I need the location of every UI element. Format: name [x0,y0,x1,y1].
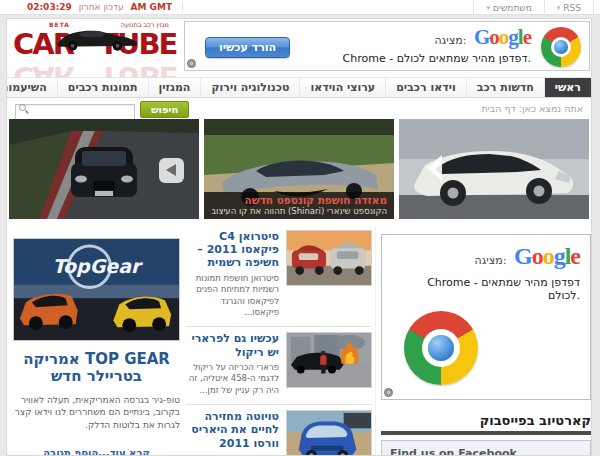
chrome-tagline: דפדפן מהיר שמתאים לכולם. [481,276,580,302]
feature-article-links: קרא עוד...הוסף תגובה [11,447,182,456]
facebook-likebox[interactable]: Find us on Facebook [381,440,591,456]
carousel-prev-icon[interactable] [427,155,442,181]
chevron-down-icon: ▾ [486,4,490,12]
news-item: טויוטה מחזירה לחיים את היאריס וורסו 2011… [186,404,372,456]
search-input[interactable] [15,104,135,120]
update-timezone: AM GMT [130,2,172,12]
nav-item-tech-green[interactable]: טכנולוגיה וירוק [200,78,299,97]
topbar-links: ▾ משתמשים ▾ RSS [473,0,594,15]
citroen-c4-thumb-image [287,231,371,285]
google-logo: Google [514,243,580,269]
nav-item-car-videos[interactable]: וידאו רכבים [385,78,466,97]
rss-label: RSS [563,3,581,13]
news-thumb-citroen-c4[interactable] [286,230,372,286]
featured-carousel: מאזדה חושפת קונספט חדשה הקונספט שינארי (… [9,119,589,219]
header-ad-banner[interactable]: הורד עכשיו מציגה: Google Chrome - דפדפן … [184,21,590,71]
topgear-article-image[interactable]: TopGear [13,238,180,341]
breadcrumb: אתה נמצא כאן: דף הבית [481,103,583,114]
sidebar-ad-text: מציגה: Google Chrome - דפדפן מהיר שמתאים… [392,243,580,302]
nav-item-daily-boredom[interactable]: השיעמום המוטורי היומי [6,78,57,97]
video-play-icon[interactable] [159,158,184,183]
nav-item-car-photos[interactable]: תמונות רכבים [57,78,148,97]
search-button[interactable]: חיפוש [140,101,189,118]
news-title[interactable]: סיטרואן C4 פיקאסו 2011 – חשיפה רשמית [186,230,279,270]
feature-article-body: טופ-גיר בגרסה האמריקאית, תעלה לאוויר בקר… [11,394,182,432]
nav-item-magazine[interactable]: המגזין [148,78,201,97]
news-item: עכשיו גם לפרארי יש ריקול פרארי הכריזה על… [186,326,372,404]
update-label: עדכון אחרון [79,2,124,12]
news-item: סיטרואן C4 פיקאסו 2011 – חשיפה רשמית סיט… [186,225,372,326]
google-logo: Google [474,25,531,49]
ad-tagline: Chrome - דפדפן מהיר שמתאים לכולם. [392,276,580,302]
search-bar: חיפוש [15,100,189,120]
ad-info-icon[interactable] [384,388,393,397]
main-nav: ראשי חדשות רכב וידאו רכבים ערוצי הוידאו … [7,77,591,98]
feature-column: TopGear TOP GEAR אמריקה בטריילר חדש טופ-… [11,225,182,456]
news-body: פרארי הכריזה על ריקול לדגמי ה-458 איטליה… [186,362,279,396]
ad-presents-line: מציגה: Google [241,25,531,50]
site-logo[interactable]: BETA מגזין רכב בתנועה CARTUBE CARTUBE [13,20,173,76]
news-text: סיטרואן C4 פיקאסו 2011 – חשיפה רשמית סיט… [186,230,279,318]
news-title[interactable]: עכשיו גם לפרארי יש ריקול [186,332,279,358]
news-body: סיטרואן חושפת תמונות רשמיות למתיחת הפנים… [186,273,279,319]
chrome-word: Chrome - [343,52,394,65]
content-area: TopGear TOP GEAR אמריקה בטריילר חדש טופ-… [7,225,591,455]
last-update: 02:03:29 עדכון אחרון AM GMT [27,2,183,12]
carousel-slide-citroen-ds4[interactable] [399,119,589,219]
header-ad-text: מציגה: Google Chrome - דפדפן מהיר שמתאים… [241,25,531,65]
news-text: טויוטה מחזירה לחיים את היאריס וורסו 2011… [186,410,279,456]
carousel-slide-lexus[interactable] [9,119,199,219]
main-content-card: BETA מגזין רכב בתנועה CARTUBE CARTUBE הו… [6,18,592,456]
ferrari-fire-thumb-image [287,333,371,387]
sports-car-icon [53,26,141,52]
sidebar-ad[interactable]: מציגה: Google Chrome - דפדפן מהיר שמתאים… [381,234,591,400]
chrome-logo-icon [404,311,478,385]
search-icon [19,104,26,111]
facebook-module-heading: קארטיוב בפייסבוק [381,413,591,428]
toyota-verso-thumb-image [287,411,371,456]
topgear-logo-text: TopGear [14,255,179,277]
ad-info-icon[interactable] [187,59,196,68]
feature-article-title[interactable]: TOP GEAR אמריקה בטריילר חדש [11,351,182,386]
update-time: 02:03:29 [27,2,72,12]
carousel-slide-mazda[interactable]: מאזדה חושפת קונספט חדשה הקונספט שינארי (… [204,119,394,219]
news-text: עכשיו גם לפרארי יש ריקול פרארי הכריזה על… [186,332,279,396]
read-more-link[interactable]: קרא עוד... [98,447,150,456]
add-comment-link[interactable]: הוסף תגובה [43,447,98,456]
nav-item-home[interactable]: ראשי [544,78,591,97]
presents-label: מציגה: [475,254,507,267]
top-utility-bar: 02:03:29 עדכון אחרון AM GMT ▾ משתמשים ▾ … [0,0,600,15]
chrome-word: Chrome - [427,276,478,289]
users-menu-label: משתמשים [493,3,532,13]
chrome-logo-icon [541,27,581,67]
nav-item-car-news[interactable]: חדשות רכב [466,78,544,97]
sidebar: מציגה: Google Chrome - דפדפן מהיר שמתאים… [375,225,591,456]
slide-caption[interactable]: מאזדה חושפת קונספט חדשה הקונספט שינארי (… [204,192,394,219]
news-column: סיטרואן C4 פיקאסו 2011 – חשיפה רשמית סיט… [186,225,372,456]
module-divider [381,431,591,435]
presents-label: מציגה: [435,34,467,47]
chrome-tagline: דפדפן מהיר שמתאים לכולם. [397,52,531,65]
news-thumb-toyota-verso[interactable] [286,410,372,456]
news-thumb-ferrari-recall[interactable] [286,332,372,388]
ad-tagline: Chrome - דפדפן מהיר שמתאים לכולם. [241,52,531,65]
rss-link[interactable]: ▾ RSS [544,0,594,15]
slide-caption-subtitle: הקונספט שינארי (Shinari) תהווה את קו העי… [211,206,387,216]
page: 02:03:29 עדכון אחרון AM GMT ▾ משתמשים ▾ … [0,0,600,456]
chevron-down-icon: ▾ [557,4,561,12]
nav-item-video-channels[interactable]: ערוצי הוידאו [299,78,385,97]
ad-presents-line: מציגה: Google [392,243,580,270]
news-title[interactable]: טויוטה מחזירה לחיים את היאריס וורסו 2011 [186,410,279,450]
users-menu[interactable]: ▾ משתמשים [473,0,543,15]
slide-caption-title[interactable]: מאזדה חושפת קונספט חדשה [211,194,387,206]
